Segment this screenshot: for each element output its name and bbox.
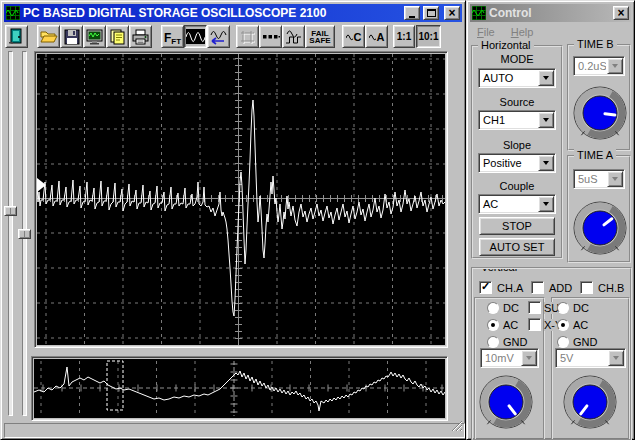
time-b-knob[interactable] <box>571 84 629 146</box>
single-shot-button[interactable] <box>207 25 230 48</box>
dotted-line-button[interactable] <box>259 25 282 48</box>
source-value: CH1 <box>479 111 537 129</box>
time-a-legend: TIME A <box>574 149 616 161</box>
time-b-dropdown-button <box>607 58 623 74</box>
fft-button[interactable]: FFT <box>161 25 184 48</box>
control-icon <box>472 6 486 20</box>
control-titlebar[interactable]: Control × <box>470 4 631 22</box>
source-select[interactable]: CH1 <box>478 110 556 130</box>
save-button[interactable] <box>60 25 83 48</box>
time-b-select: 0.2uS <box>573 56 625 76</box>
chb-gnd-label: GND <box>573 336 597 348</box>
xy-checkbox[interactable] <box>528 318 541 331</box>
add-label: ADD <box>549 282 572 294</box>
cha-dc-label: DC <box>503 302 519 314</box>
auto-set-button[interactable]: AUTO SET <box>479 238 555 256</box>
ratio-1-1-button[interactable]: 1:1 <box>393 25 415 48</box>
cha-range-dropdown-button <box>521 350 537 366</box>
auto-set-label: AUTO SET <box>490 241 545 253</box>
chb-dc-radio[interactable] <box>557 302 569 314</box>
save-floppy-icon <box>64 29 80 45</box>
mode-select[interactable]: AUTO <box>478 68 556 88</box>
printer-icon <box>132 29 149 45</box>
resize-grip[interactable] <box>450 418 463 436</box>
fail-safe-button[interactable]: FAILSAFE <box>305 25 335 48</box>
grid-icon <box>239 29 256 45</box>
time-a-value: 5uS <box>574 170 606 188</box>
sine-wave-icon <box>186 29 205 44</box>
fft-label: FFT <box>164 28 181 46</box>
notes-button[interactable] <box>106 25 129 48</box>
time-a-knob[interactable] <box>571 199 629 261</box>
slope-select[interactable]: Positive <box>478 153 556 173</box>
close-button[interactable]: × <box>444 6 460 20</box>
app-icon <box>6 6 20 20</box>
status-bar <box>4 423 465 438</box>
overview-display[interactable] <box>34 359 445 418</box>
cha-checkbox[interactable] <box>479 281 492 294</box>
open-button[interactable] <box>37 25 60 48</box>
chevron-down-icon <box>612 177 618 181</box>
slope-dropdown-button[interactable] <box>538 155 554 171</box>
print-button[interactable] <box>129 25 152 48</box>
scope-screen-icon <box>86 29 103 45</box>
source-dropdown-button[interactable] <box>538 112 554 128</box>
cha-dc-radio[interactable] <box>487 302 499 314</box>
cha-gnd-radio[interactable] <box>487 336 499 348</box>
time-a-dropdown-button <box>607 171 623 187</box>
cha-position-slider-thumb[interactable] <box>4 206 17 216</box>
chevron-down-icon <box>612 64 618 68</box>
waveform-mode-button[interactable] <box>184 25 207 48</box>
chb-dc-label: DC <box>573 302 589 314</box>
control-title: Control <box>489 6 610 20</box>
square-wave-button[interactable] <box>282 25 305 48</box>
open-folder-icon <box>40 29 58 44</box>
chb-range-select: 5V <box>555 348 626 368</box>
chb-ac-radio[interactable] <box>557 319 569 331</box>
menu-help: Help <box>511 26 534 38</box>
time-a-group: TIME A 5uS <box>567 155 631 263</box>
time-b-group: TIME B 0.2uS <box>567 44 631 151</box>
time-b-value: 0.2uS <box>574 57 606 75</box>
couple-dropdown-button[interactable] <box>538 196 554 212</box>
couple-select[interactable]: AC <box>478 194 556 214</box>
chb-position-slider-thumb[interactable] <box>18 229 31 239</box>
chb-ac-label: AC <box>573 319 588 331</box>
chb-gain-knob[interactable] <box>561 373 619 435</box>
grid-toggle-button[interactable] <box>236 25 259 48</box>
wave-a-label: A <box>369 31 385 43</box>
scope-display <box>37 54 445 345</box>
chb-gnd-radio[interactable] <box>557 336 569 348</box>
cha-ac-label: AC <box>503 319 518 331</box>
ratio-10-1-button[interactable]: 10:1 <box>416 25 441 48</box>
control-window: Control × File Help Horizontal MODE AUTO… <box>466 0 635 440</box>
scope-frame <box>34 51 448 348</box>
maximize-button[interactable] <box>423 6 439 20</box>
cha-gain-knob[interactable] <box>477 373 535 435</box>
stop-button[interactable]: STOP <box>479 217 555 235</box>
square-wave-icon <box>285 29 303 45</box>
chevron-down-icon <box>543 161 549 165</box>
control-close-button[interactable]: × <box>613 6 629 20</box>
exit-door-icon <box>8 28 25 45</box>
chevron-down-icon <box>543 76 549 80</box>
chevron-down-icon <box>613 356 619 360</box>
chb-checkbox[interactable] <box>580 281 593 294</box>
arrow-wave-icon <box>209 29 228 45</box>
exit-button[interactable] <box>5 25 28 48</box>
cha-ac-radio[interactable] <box>487 319 499 331</box>
add-checkbox[interactable] <box>531 281 544 294</box>
sub-checkbox[interactable] <box>528 301 541 314</box>
display-capture-button[interactable] <box>83 25 106 48</box>
wave-c-label: C <box>346 31 362 43</box>
mode-dropdown-button[interactable] <box>538 70 554 86</box>
wave-c-button[interactable]: C <box>342 25 365 48</box>
couple-value: AC <box>479 195 537 213</box>
minimize-button[interactable] <box>404 6 420 20</box>
time-b-legend: TIME B <box>574 38 617 50</box>
wave-a-button[interactable]: A <box>365 25 388 48</box>
maximize-icon <box>427 9 436 17</box>
main-titlebar[interactable]: PC BASED DIGITAL STORAGE OSCILLOSCOPE 21… <box>4 4 462 22</box>
cha-position-slider-track[interactable] <box>8 51 13 416</box>
cha-range-value: 10mV <box>481 349 520 367</box>
